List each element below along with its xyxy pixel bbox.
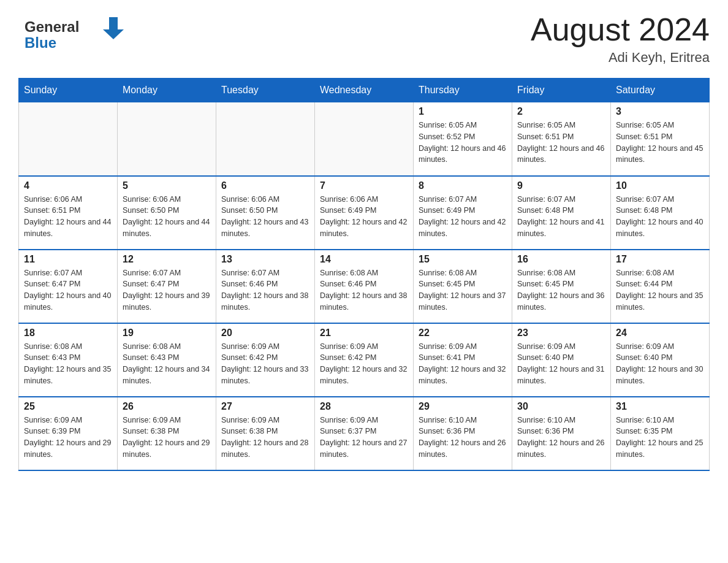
table-row: 31Sunrise: 6:10 AMSunset: 6:35 PMDayligh… <box>611 397 710 470</box>
table-row: 25Sunrise: 6:09 AMSunset: 6:39 PMDayligh… <box>19 397 118 470</box>
day-number: 20 <box>221 327 309 339</box>
day-number: 3 <box>616 106 704 117</box>
calendar-week-row: 18Sunrise: 6:08 AMSunset: 6:43 PMDayligh… <box>19 323 710 397</box>
table-row: 10Sunrise: 6:07 AMSunset: 6:48 PMDayligh… <box>611 176 710 250</box>
day-info: Sunrise: 6:05 AMSunset: 6:51 PMDaylight:… <box>517 120 605 166</box>
table-row: 3Sunrise: 6:05 AMSunset: 6:51 PMDaylight… <box>611 102 710 176</box>
day-info: Sunrise: 6:08 AMSunset: 6:45 PMDaylight:… <box>517 267 605 313</box>
month-title: August 2024 <box>531 12 710 47</box>
table-row: 14Sunrise: 6:08 AMSunset: 6:46 PMDayligh… <box>315 250 414 323</box>
table-row: 30Sunrise: 6:10 AMSunset: 6:36 PMDayligh… <box>512 397 611 470</box>
calendar-week-row: 1Sunrise: 6:05 AMSunset: 6:52 PMDaylight… <box>19 102 710 176</box>
day-number: 9 <box>517 180 605 191</box>
day-number: 2 <box>517 106 605 117</box>
table-row: 21Sunrise: 6:09 AMSunset: 6:42 PMDayligh… <box>315 323 414 397</box>
day-info: Sunrise: 6:06 AMSunset: 6:51 PMDaylight:… <box>24 194 112 240</box>
day-info: Sunrise: 6:09 AMSunset: 6:40 PMDaylight:… <box>616 341 704 387</box>
table-row: 17Sunrise: 6:08 AMSunset: 6:44 PMDayligh… <box>611 250 710 323</box>
table-row: 12Sunrise: 6:07 AMSunset: 6:47 PMDayligh… <box>118 250 216 323</box>
day-info: Sunrise: 6:06 AMSunset: 6:49 PMDaylight:… <box>320 194 408 240</box>
day-info: Sunrise: 6:06 AMSunset: 6:50 PMDaylight:… <box>221 194 309 240</box>
day-number: 25 <box>24 401 112 412</box>
day-info: Sunrise: 6:07 AMSunset: 6:49 PMDaylight:… <box>419 194 507 240</box>
calendar-week-row: 25Sunrise: 6:09 AMSunset: 6:39 PMDayligh… <box>19 397 710 470</box>
day-info: Sunrise: 6:07 AMSunset: 6:47 PMDaylight:… <box>24 267 112 313</box>
day-number: 17 <box>616 254 704 265</box>
day-number: 14 <box>320 254 408 265</box>
table-row: 16Sunrise: 6:08 AMSunset: 6:45 PMDayligh… <box>512 250 611 323</box>
day-info: Sunrise: 6:07 AMSunset: 6:48 PMDaylight:… <box>517 194 605 240</box>
logo-svg: General Blue <box>18 12 135 55</box>
col-sunday: Sunday <box>19 79 118 102</box>
day-number: 16 <box>517 254 605 265</box>
svg-marker-1 <box>103 17 124 39</box>
calendar-table: Sunday Monday Tuesday Wednesday Thursday… <box>18 78 710 471</box>
day-info: Sunrise: 6:06 AMSunset: 6:50 PMDaylight:… <box>123 194 211 240</box>
col-tuesday: Tuesday <box>216 79 315 102</box>
table-row: 6Sunrise: 6:06 AMSunset: 6:50 PMDaylight… <box>216 176 315 250</box>
day-info: Sunrise: 6:07 AMSunset: 6:47 PMDaylight:… <box>123 267 211 313</box>
day-number: 23 <box>517 327 605 339</box>
logo: General Blue <box>18 12 135 55</box>
day-info: Sunrise: 6:08 AMSunset: 6:44 PMDaylight:… <box>616 267 704 313</box>
table-row: 29Sunrise: 6:10 AMSunset: 6:36 PMDayligh… <box>414 397 512 470</box>
table-row <box>19 102 118 176</box>
table-row: 20Sunrise: 6:09 AMSunset: 6:42 PMDayligh… <box>216 323 315 397</box>
day-info: Sunrise: 6:07 AMSunset: 6:48 PMDaylight:… <box>616 194 704 240</box>
table-row <box>315 102 414 176</box>
day-number: 11 <box>24 254 112 265</box>
day-number: 15 <box>419 254 507 265</box>
day-number: 26 <box>123 401 211 412</box>
col-thursday: Thursday <box>414 79 512 102</box>
title-section: August 2024 Adi Keyh, Eritrea <box>531 12 710 66</box>
day-info: Sunrise: 6:10 AMSunset: 6:36 PMDaylight:… <box>419 415 507 461</box>
day-number: 1 <box>419 106 507 117</box>
col-saturday: Saturday <box>611 79 710 102</box>
col-wednesday: Wednesday <box>315 79 414 102</box>
day-info: Sunrise: 6:09 AMSunset: 6:42 PMDaylight:… <box>320 341 408 387</box>
table-row: 27Sunrise: 6:09 AMSunset: 6:38 PMDayligh… <box>216 397 315 470</box>
table-row: 8Sunrise: 6:07 AMSunset: 6:49 PMDaylight… <box>414 176 512 250</box>
table-row: 24Sunrise: 6:09 AMSunset: 6:40 PMDayligh… <box>611 323 710 397</box>
day-info: Sunrise: 6:08 AMSunset: 6:46 PMDaylight:… <box>320 267 408 313</box>
day-number: 19 <box>123 327 211 339</box>
calendar-week-row: 11Sunrise: 6:07 AMSunset: 6:47 PMDayligh… <box>19 250 710 323</box>
day-number: 30 <box>517 401 605 412</box>
table-row: 28Sunrise: 6:09 AMSunset: 6:37 PMDayligh… <box>315 397 414 470</box>
day-info: Sunrise: 6:08 AMSunset: 6:43 PMDaylight:… <box>123 341 211 387</box>
day-info: Sunrise: 6:07 AMSunset: 6:46 PMDaylight:… <box>221 267 309 313</box>
day-info: Sunrise: 6:09 AMSunset: 6:37 PMDaylight:… <box>320 415 408 461</box>
day-info: Sunrise: 6:08 AMSunset: 6:43 PMDaylight:… <box>24 341 112 387</box>
day-number: 24 <box>616 327 704 339</box>
day-info: Sunrise: 6:09 AMSunset: 6:40 PMDaylight:… <box>517 341 605 387</box>
col-friday: Friday <box>512 79 611 102</box>
day-info: Sunrise: 6:09 AMSunset: 6:38 PMDaylight:… <box>221 415 309 461</box>
svg-text:Blue: Blue <box>25 34 56 51</box>
day-info: Sunrise: 6:08 AMSunset: 6:45 PMDaylight:… <box>419 267 507 313</box>
table-row: 9Sunrise: 6:07 AMSunset: 6:48 PMDaylight… <box>512 176 611 250</box>
table-row: 26Sunrise: 6:09 AMSunset: 6:38 PMDayligh… <box>118 397 216 470</box>
page-header: General Blue August 2024 Adi Keyh, Eritr… <box>18 12 710 66</box>
day-info: Sunrise: 6:05 AMSunset: 6:52 PMDaylight:… <box>419 120 507 166</box>
day-number: 12 <box>123 254 211 265</box>
calendar-header-row: Sunday Monday Tuesday Wednesday Thursday… <box>19 79 710 102</box>
table-row: 7Sunrise: 6:06 AMSunset: 6:49 PMDaylight… <box>315 176 414 250</box>
table-row: 13Sunrise: 6:07 AMSunset: 6:46 PMDayligh… <box>216 250 315 323</box>
day-number: 13 <box>221 254 309 265</box>
table-row: 18Sunrise: 6:08 AMSunset: 6:43 PMDayligh… <box>19 323 118 397</box>
table-row: 22Sunrise: 6:09 AMSunset: 6:41 PMDayligh… <box>414 323 512 397</box>
day-info: Sunrise: 6:10 AMSunset: 6:36 PMDaylight:… <box>517 415 605 461</box>
day-info: Sunrise: 6:10 AMSunset: 6:35 PMDaylight:… <box>616 415 704 461</box>
day-number: 4 <box>24 180 112 191</box>
table-row: 4Sunrise: 6:06 AMSunset: 6:51 PMDaylight… <box>19 176 118 250</box>
table-row: 11Sunrise: 6:07 AMSunset: 6:47 PMDayligh… <box>19 250 118 323</box>
svg-text:General: General <box>25 18 79 35</box>
day-number: 27 <box>221 401 309 412</box>
location-label: Adi Keyh, Eritrea <box>531 50 710 66</box>
day-info: Sunrise: 6:09 AMSunset: 6:41 PMDaylight:… <box>419 341 507 387</box>
table-row: 5Sunrise: 6:06 AMSunset: 6:50 PMDaylight… <box>118 176 216 250</box>
day-number: 5 <box>123 180 211 191</box>
table-row: 2Sunrise: 6:05 AMSunset: 6:51 PMDaylight… <box>512 102 611 176</box>
day-info: Sunrise: 6:09 AMSunset: 6:42 PMDaylight:… <box>221 341 309 387</box>
day-info: Sunrise: 6:09 AMSunset: 6:38 PMDaylight:… <box>123 415 211 461</box>
